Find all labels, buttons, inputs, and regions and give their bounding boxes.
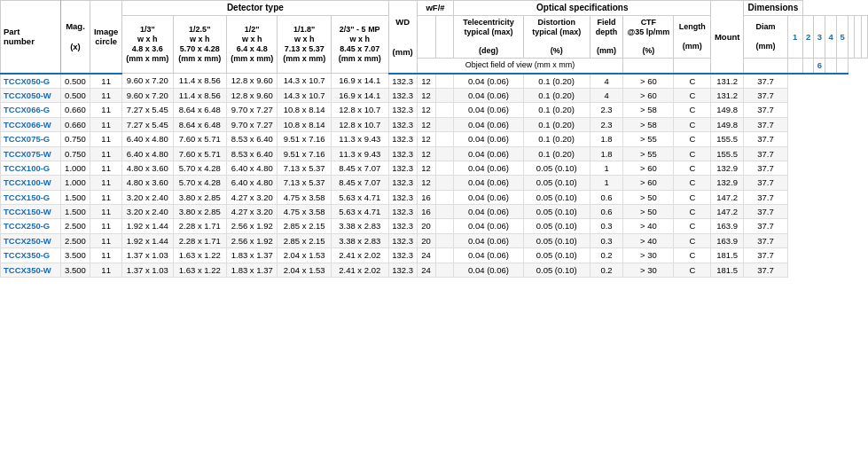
diam-cell: 37.7 <box>744 176 788 190</box>
len-num-blank <box>855 16 861 59</box>
part-number-cell[interactable]: TCCX075-W <box>1 146 61 161</box>
diam-cell: 37.7 <box>744 74 788 89</box>
length-cell: 155.5 <box>711 146 744 161</box>
mount-cell: C <box>674 146 711 161</box>
length-cell: 132.9 <box>711 161 744 175</box>
wd-cell: 132.3 <box>388 103 417 117</box>
fd-cell: 1 <box>590 161 623 175</box>
length-cell: 149.8 <box>711 103 744 117</box>
fd-cell: 0.2 <box>590 248 623 263</box>
part-number-cell[interactable]: TCCX050-W <box>1 88 61 102</box>
tele-cell: 0.04 (0.06) <box>454 190 523 204</box>
table-row: TCCX350-W 3.500 11 1.37 x 1.03 1.63 x 1.… <box>1 263 868 277</box>
det2-cell: 1.63 x 1.22 <box>173 248 227 263</box>
tele-cell: 0.04 (0.06) <box>454 205 523 219</box>
part-number-cell[interactable]: TCCX350-W <box>1 263 61 277</box>
det4-header: 1/1.8"w x h7.13 x 5.37(mm x mm) <box>278 16 332 74</box>
ctf-cell: > 60 <box>623 88 674 102</box>
tele-cell: 0.04 (0.06) <box>454 132 523 146</box>
img-circle-cell: 11 <box>90 233 122 247</box>
diam-cell: 37.7 <box>744 132 788 146</box>
table-row: TCCX350-G 3.500 11 1.37 x 1.03 1.63 x 1.… <box>1 248 868 263</box>
det1-cell: 9.60 x 7.20 <box>122 88 173 102</box>
wf2-cell <box>435 190 454 204</box>
det4-cell: 14.3 x 10.7 <box>278 74 332 89</box>
table-row: TCCX075-W 0.750 11 6.40 x 4.80 7.60 x 5.… <box>1 146 868 161</box>
part-number-cell[interactable]: TCCX150-G <box>1 190 61 204</box>
dist-cell: 0.05 (0.10) <box>523 190 590 204</box>
wd-cell: 132.3 <box>388 74 417 89</box>
det3-cell: 2.56 x 1.92 <box>227 233 278 247</box>
tele-cell: 0.04 (0.06) <box>454 233 523 247</box>
det4-cell: 14.3 x 10.7 <box>278 88 332 102</box>
diam-cell: 37.7 <box>744 190 788 204</box>
det5-cell: 16.9 x 14.1 <box>331 88 388 102</box>
fd-cell: 4 <box>590 74 623 89</box>
det5-cell: 16.9 x 14.1 <box>331 74 388 89</box>
det1-cell: 6.40 x 4.80 <box>122 132 173 146</box>
length-cell: 132.9 <box>711 176 744 190</box>
det4-cell: 10.8 x 8.14 <box>278 103 332 117</box>
part-number-cell[interactable]: TCCX100-G <box>1 161 61 175</box>
part-number-cell[interactable]: TCCX050-G <box>1 74 61 89</box>
det5-cell: 2.41 x 2.02 <box>331 263 388 277</box>
diam-cell: 37.7 <box>744 88 788 102</box>
part-number-cell[interactable]: TCCX100-W <box>1 176 61 190</box>
mount-cell: C <box>674 176 711 190</box>
part-number-cell[interactable]: TCCX150-W <box>1 205 61 219</box>
det3-cell: 12.8 x 9.60 <box>227 88 278 102</box>
tele-header: Telecentricitytypical (max)(deg) <box>454 16 523 59</box>
det5-cell: 8.45 x 7.07 <box>331 161 388 175</box>
part-number-cell[interactable]: TCCX066-G <box>1 103 61 117</box>
table-row: TCCX050-G 0.500 11 9.60 x 7.20 11.4 x 8.… <box>1 74 868 89</box>
dist-cell: 0.05 (0.10) <box>523 205 590 219</box>
img-circle-cell: 11 <box>90 190 122 204</box>
diam-cell: 37.7 <box>744 233 788 247</box>
det1-cell: 1.37 x 1.03 <box>122 263 173 277</box>
wf1-cell: 12 <box>417 132 435 146</box>
det3-cell: 1.83 x 1.37 <box>227 248 278 263</box>
tele-cell: 0.04 (0.06) <box>454 146 523 161</box>
wd-cell: 132.3 <box>388 205 417 219</box>
wf2-cell <box>435 146 454 161</box>
tele-cell: 0.04 (0.06) <box>454 263 523 277</box>
det4-cell: 4.75 x 3.58 <box>278 190 332 204</box>
wf1-cell: 20 <box>417 233 435 247</box>
wf1-cell: 12 <box>417 88 435 102</box>
wd-cell: 132.3 <box>388 117 417 131</box>
img-circle-cell: 11 <box>90 103 122 117</box>
dist-header: Distortiontypical (max)(%) <box>523 16 590 59</box>
dist-cell: 0.1 (0.20) <box>523 146 590 161</box>
part-number-cell[interactable]: TCCX075-G <box>1 132 61 146</box>
det2-cell: 8.64 x 6.48 <box>173 117 227 131</box>
wd-cell: 132.3 <box>388 132 417 146</box>
part-number-cell[interactable]: TCCX250-G <box>1 219 61 233</box>
mount-cell: C <box>674 132 711 146</box>
det1-cell: 1.37 x 1.03 <box>122 248 173 263</box>
tele-cell: 0.04 (0.06) <box>454 74 523 89</box>
mount-cell: C <box>674 190 711 204</box>
det4-cell: 9.51 x 7.16 <box>278 132 332 146</box>
ctf-cell: > 60 <box>623 161 674 175</box>
fd-cell: 1.8 <box>590 146 623 161</box>
diam-header: Diam(mm) <box>744 16 788 59</box>
wf2-cell <box>435 205 454 219</box>
det1-cell: 9.60 x 7.20 <box>122 74 173 89</box>
det3-cell: 8.53 x 6.40 <box>227 132 278 146</box>
mag-cell: 0.660 <box>60 103 90 117</box>
wf2-num: 2 <box>802 16 814 59</box>
dist-cell: 0.1 (0.20) <box>523 132 590 146</box>
det5-cell: 12.8 x 10.7 <box>331 117 388 131</box>
part-number-cell[interactable]: TCCX250-W <box>1 233 61 247</box>
part-number-cell[interactable]: TCCX066-W <box>1 117 61 131</box>
ctf-num6: 6 <box>814 59 825 74</box>
tele-cell: 0.04 (0.06) <box>454 161 523 175</box>
det1-cell: 1.92 x 1.44 <box>122 219 173 233</box>
part-number-header: Partnumber <box>1 1 61 74</box>
table-row: TCCX150-W 1.500 11 3.20 x 2.40 3.80 x 2.… <box>1 205 868 219</box>
det3-cell: 6.40 x 4.80 <box>227 176 278 190</box>
mount-cell: C <box>674 233 711 247</box>
part-number-cell[interactable]: TCCX350-G <box>1 248 61 263</box>
det3-header: 1/2"w x h6.4 x 4.8(mm x mm) <box>227 16 278 74</box>
wf1-cell: 12 <box>417 117 435 131</box>
